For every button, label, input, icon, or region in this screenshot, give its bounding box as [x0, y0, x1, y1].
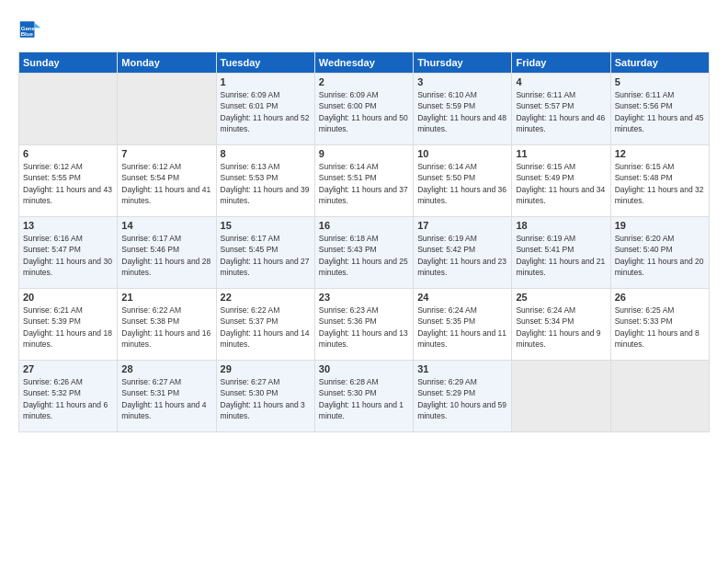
calendar-cell: 29Sunrise: 6:27 AMSunset: 5:30 PMDayligh…	[216, 361, 314, 432]
calendar-cell: 24Sunrise: 6:24 AMSunset: 5:35 PMDayligh…	[414, 289, 512, 361]
day-number: 17	[417, 220, 507, 231]
calendar-cell: 25Sunrise: 6:24 AMSunset: 5:34 PMDayligh…	[512, 289, 610, 361]
day-info: Sunrise: 6:15 AMSunset: 5:48 PMDaylight:…	[615, 161, 705, 206]
day-info: Sunrise: 6:20 AMSunset: 5:40 PMDaylight:…	[615, 233, 705, 278]
day-number: 23	[319, 292, 409, 303]
day-number: 21	[121, 292, 211, 303]
day-number: 22	[221, 292, 311, 303]
calendar-cell: 30Sunrise: 6:28 AMSunset: 5:30 PMDayligh…	[314, 361, 413, 432]
calendar-page: General Blue SundayMondayTuesdayWednesda…	[0, 0, 728, 563]
day-number: 12	[615, 148, 705, 159]
calendar-cell: 11Sunrise: 6:15 AMSunset: 5:49 PMDayligh…	[512, 145, 610, 217]
day-number: 31	[417, 363, 507, 374]
day-number: 15	[221, 220, 311, 231]
calendar-cell: 18Sunrise: 6:19 AMSunset: 5:41 PMDayligh…	[512, 217, 610, 289]
week-row-4: 27Sunrise: 6:26 AMSunset: 5:32 PMDayligh…	[19, 361, 710, 432]
day-number: 7	[121, 148, 211, 159]
day-number: 13	[23, 220, 113, 231]
calendar-cell	[610, 361, 709, 432]
day-info: Sunrise: 6:22 AMSunset: 5:37 PMDaylight:…	[221, 304, 311, 350]
day-info: Sunrise: 6:23 AMSunset: 5:36 PMDaylight:…	[319, 304, 409, 350]
day-number: 10	[417, 148, 507, 159]
day-info: Sunrise: 6:14 AMSunset: 5:51 PMDaylight:…	[319, 161, 409, 206]
day-number: 28	[121, 363, 211, 374]
day-info: Sunrise: 6:12 AMSunset: 5:55 PMDaylight:…	[23, 161, 113, 206]
day-number: 30	[319, 363, 409, 374]
day-info: Sunrise: 6:22 AMSunset: 5:38 PMDaylight:…	[121, 304, 211, 350]
calendar-cell: 20Sunrise: 6:21 AMSunset: 5:39 PMDayligh…	[19, 289, 118, 361]
week-row-2: 13Sunrise: 6:16 AMSunset: 5:47 PMDayligh…	[19, 217, 710, 289]
weekday-header-thursday: Thursday	[414, 52, 512, 74]
day-number: 20	[23, 292, 113, 303]
day-info: Sunrise: 6:11 AMSunset: 5:57 PMDaylight:…	[516, 89, 606, 134]
day-info: Sunrise: 6:17 AMSunset: 5:45 PMDaylight:…	[221, 233, 311, 278]
calendar-cell: 8Sunrise: 6:13 AMSunset: 5:53 PMDaylight…	[216, 145, 314, 217]
calendar-cell: 27Sunrise: 6:26 AMSunset: 5:32 PMDayligh…	[19, 361, 118, 432]
day-info: Sunrise: 6:09 AMSunset: 6:01 PMDaylight:…	[221, 89, 311, 134]
day-info: Sunrise: 6:10 AMSunset: 5:59 PMDaylight:…	[417, 89, 507, 134]
calendar-cell	[19, 74, 118, 145]
day-number: 2	[319, 76, 409, 87]
calendar-cell: 5Sunrise: 6:11 AMSunset: 5:56 PMDaylight…	[610, 74, 709, 145]
day-number: 1	[221, 76, 311, 87]
calendar-table: SundayMondayTuesdayWednesdayThursdayFrid…	[18, 52, 710, 432]
calendar-cell	[512, 361, 610, 432]
day-number: 9	[319, 148, 409, 159]
svg-text:Blue: Blue	[21, 30, 34, 37]
weekday-header-saturday: Saturday	[610, 52, 709, 74]
day-info: Sunrise: 6:13 AMSunset: 5:53 PMDaylight:…	[221, 161, 311, 206]
calendar-cell: 7Sunrise: 6:12 AMSunset: 5:54 PMDaylight…	[118, 145, 216, 217]
day-number: 26	[615, 292, 705, 303]
day-number: 29	[221, 363, 311, 374]
day-info: Sunrise: 6:25 AMSunset: 5:33 PMDaylight:…	[615, 304, 705, 350]
weekday-header-monday: Monday	[118, 52, 216, 74]
calendar-cell	[118, 74, 216, 145]
day-number: 6	[23, 148, 113, 159]
weekday-header-wednesday: Wednesday	[314, 52, 413, 74]
calendar-cell: 13Sunrise: 6:16 AMSunset: 5:47 PMDayligh…	[19, 217, 118, 289]
day-info: Sunrise: 6:11 AMSunset: 5:56 PMDaylight:…	[615, 89, 705, 134]
day-number: 27	[23, 363, 113, 374]
day-info: Sunrise: 6:29 AMSunset: 5:29 PMDaylight:…	[417, 376, 507, 421]
day-number: 19	[615, 220, 705, 231]
day-info: Sunrise: 6:14 AMSunset: 5:50 PMDaylight:…	[417, 161, 507, 206]
day-info: Sunrise: 6:19 AMSunset: 5:42 PMDaylight:…	[417, 233, 507, 278]
day-info: Sunrise: 6:24 AMSunset: 5:35 PMDaylight:…	[417, 304, 507, 350]
calendar-cell: 3Sunrise: 6:10 AMSunset: 5:59 PMDaylight…	[414, 74, 512, 145]
day-number: 4	[516, 76, 606, 87]
calendar-cell: 12Sunrise: 6:15 AMSunset: 5:48 PMDayligh…	[610, 145, 709, 217]
weekday-header-tuesday: Tuesday	[216, 52, 314, 74]
weekday-header-friday: Friday	[512, 52, 610, 74]
day-number: 11	[516, 148, 606, 159]
day-info: Sunrise: 6:24 AMSunset: 5:34 PMDaylight:…	[516, 304, 606, 350]
calendar-cell: 6Sunrise: 6:12 AMSunset: 5:55 PMDaylight…	[19, 145, 118, 217]
day-info: Sunrise: 6:17 AMSunset: 5:46 PMDaylight:…	[121, 233, 211, 278]
day-number: 5	[615, 76, 705, 87]
calendar-cell: 10Sunrise: 6:14 AMSunset: 5:50 PMDayligh…	[414, 145, 512, 217]
day-info: Sunrise: 6:18 AMSunset: 5:43 PMDaylight:…	[319, 233, 409, 278]
week-row-3: 20Sunrise: 6:21 AMSunset: 5:39 PMDayligh…	[19, 289, 710, 361]
calendar-cell: 1Sunrise: 6:09 AMSunset: 6:01 PMDaylight…	[216, 74, 314, 145]
day-number: 14	[121, 220, 211, 231]
day-number: 16	[319, 220, 409, 231]
day-info: Sunrise: 6:27 AMSunset: 5:30 PMDaylight:…	[221, 376, 311, 421]
weekday-header-sunday: Sunday	[19, 52, 118, 74]
logo: General Blue	[18, 17, 48, 42]
day-info: Sunrise: 6:09 AMSunset: 6:00 PMDaylight:…	[319, 89, 409, 134]
day-info: Sunrise: 6:26 AMSunset: 5:32 PMDaylight:…	[23, 376, 113, 421]
day-number: 3	[417, 76, 507, 87]
day-info: Sunrise: 6:12 AMSunset: 5:54 PMDaylight:…	[121, 161, 211, 206]
day-info: Sunrise: 6:16 AMSunset: 5:47 PMDaylight:…	[23, 233, 113, 278]
calendar-cell: 26Sunrise: 6:25 AMSunset: 5:33 PMDayligh…	[610, 289, 709, 361]
day-info: Sunrise: 6:27 AMSunset: 5:31 PMDaylight:…	[121, 376, 211, 421]
calendar-cell: 22Sunrise: 6:22 AMSunset: 5:37 PMDayligh…	[216, 289, 314, 361]
day-info: Sunrise: 6:15 AMSunset: 5:49 PMDaylight:…	[516, 161, 606, 206]
day-number: 18	[516, 220, 606, 231]
calendar-cell: 19Sunrise: 6:20 AMSunset: 5:40 PMDayligh…	[610, 217, 709, 289]
week-row-0: 1Sunrise: 6:09 AMSunset: 6:01 PMDaylight…	[19, 74, 710, 145]
day-info: Sunrise: 6:19 AMSunset: 5:41 PMDaylight:…	[516, 233, 606, 278]
logo-icon: General Blue	[18, 17, 44, 42]
day-number: 24	[417, 292, 507, 303]
header: General Blue	[18, 17, 710, 42]
week-row-1: 6Sunrise: 6:12 AMSunset: 5:55 PMDaylight…	[19, 145, 710, 217]
